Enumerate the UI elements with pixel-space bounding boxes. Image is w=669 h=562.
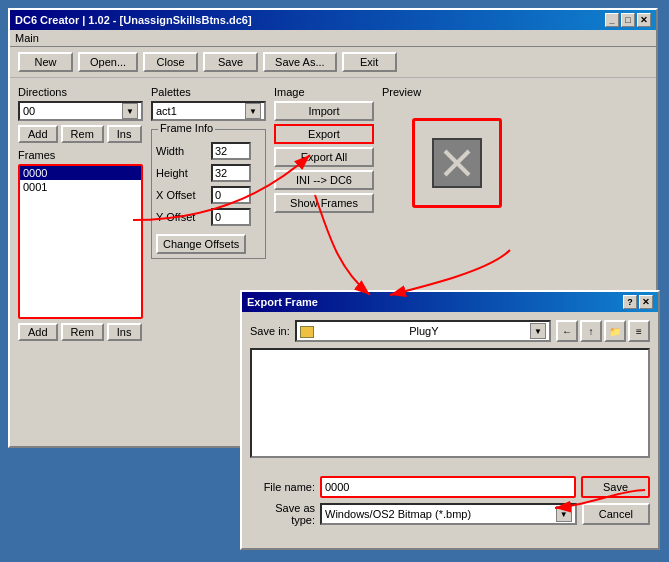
menu-bar: Main — [10, 30, 656, 47]
frames-label: Frames — [18, 149, 143, 161]
nav-buttons: ← ↑ 📁 ≡ — [556, 320, 650, 342]
width-input[interactable] — [211, 142, 251, 160]
dialog-content: Save in: PlugY ▼ ← ↑ 📁 ≡ — [242, 312, 658, 472]
x-offset-label: X Offset — [156, 189, 206, 201]
x-offset-input[interactable] — [211, 186, 251, 204]
new-button[interactable]: New — [18, 52, 73, 72]
frames-list[interactable]: 0000 0001 — [18, 164, 143, 319]
close-button[interactable]: Close — [143, 52, 198, 72]
save-in-combo-arrow[interactable]: ▼ — [530, 323, 546, 339]
save-as-type-label: Save as type: — [250, 502, 315, 526]
dialog-title: Export Frame — [247, 296, 318, 308]
show-frames-button[interactable]: Show Frames — [274, 193, 374, 213]
palettes-label: Palettes — [151, 86, 266, 98]
title-bar: DC6 Creator | 1.02 - [UnassignSkillsBtns… — [10, 10, 656, 30]
frame-info-label: Frame Info — [158, 122, 215, 134]
preview-label: Preview — [382, 86, 648, 98]
width-label: Width — [156, 145, 206, 157]
dialog-title-right: ? ✕ — [623, 295, 653, 309]
save-as-type-value: Windows/OS2 Bitmap (*.bmp) — [325, 508, 471, 520]
directions-btn-row: Add Rem Ins — [18, 125, 143, 143]
save-button[interactable]: Save — [203, 52, 258, 72]
preview-box — [412, 118, 502, 208]
palettes-combo-arrow[interactable]: ▼ — [245, 103, 261, 119]
preview-x-icon — [437, 143, 477, 183]
frames-ins-button[interactable]: Ins — [107, 323, 142, 341]
preview-image — [432, 138, 482, 188]
dialog-bottom: File name: Save Save as type: Windows/OS… — [242, 472, 658, 534]
left-panel: Directions 00 ▼ Add Rem Ins Frames 0000 … — [18, 86, 143, 347]
directions-label: Directions — [18, 86, 143, 98]
save-in-label: Save in: — [250, 325, 290, 337]
close-window-button[interactable]: ✕ — [637, 13, 651, 27]
y-offset-row: Y Offset — [156, 208, 261, 226]
main-menu-item[interactable]: Main — [15, 32, 39, 44]
frames-btn-row: Add Rem Ins — [18, 323, 143, 341]
save-in-value: PlugY — [409, 325, 438, 337]
save-as-type-select[interactable]: Windows/OS2 Bitmap (*.bmp) ▼ — [320, 503, 577, 525]
exit-button[interactable]: Exit — [342, 52, 397, 72]
height-row: Height — [156, 164, 261, 182]
file-name-label: File name: — [250, 481, 315, 493]
change-offsets-button[interactable]: Change Offsets — [156, 234, 246, 254]
x-offset-row: X Offset — [156, 186, 261, 204]
import-button[interactable]: Import — [274, 101, 374, 121]
dialog-save-button[interactable]: Save — [581, 476, 650, 498]
file-browse-area — [250, 348, 650, 458]
directions-combo-arrow[interactable]: ▼ — [122, 103, 138, 119]
maximize-button[interactable]: □ — [621, 13, 635, 27]
save-as-button[interactable]: Save As... — [263, 52, 337, 72]
directions-value: 00 — [23, 105, 35, 117]
nav-back-button[interactable]: ← — [556, 320, 578, 342]
y-offset-input[interactable] — [211, 208, 251, 226]
image-label: Image — [274, 86, 374, 98]
palettes-combo[interactable]: act1 ▼ — [151, 101, 266, 121]
list-item[interactable]: 0000 — [20, 166, 141, 180]
minimize-button[interactable]: _ — [605, 13, 619, 27]
width-row: Width — [156, 142, 261, 160]
dialog-title-bar: Export Frame ? ✕ — [242, 292, 658, 312]
file-name-row: File name: Save — [250, 476, 650, 498]
directions-add-button[interactable]: Add — [18, 125, 58, 143]
export-button[interactable]: Export — [274, 124, 374, 144]
frame-info-group: Frame Info Width Height X Offset — [151, 129, 266, 259]
y-offset-label: Y Offset — [156, 211, 206, 223]
nav-up-button[interactable]: ↑ — [580, 320, 602, 342]
dialog-help-button[interactable]: ? — [623, 295, 637, 309]
height-input[interactable] — [211, 164, 251, 182]
frames-add-button[interactable]: Add — [18, 323, 58, 341]
palettes-section: Palettes act1 ▼ — [151, 86, 266, 121]
dialog-close-button[interactable]: ✕ — [639, 295, 653, 309]
folder-icon — [300, 324, 318, 337]
list-item[interactable]: 0001 — [20, 180, 141, 194]
file-name-input[interactable] — [320, 476, 576, 498]
directions-rem-button[interactable]: Rem — [61, 125, 104, 143]
dialog-cancel-button[interactable]: Cancel — [582, 503, 650, 525]
save-in-combo[interactable]: PlugY ▼ — [295, 320, 551, 342]
open-button[interactable]: Open... — [78, 52, 138, 72]
save-in-row: Save in: PlugY ▼ ← ↑ 📁 ≡ — [250, 320, 650, 342]
frames-rem-button[interactable]: Rem — [61, 323, 104, 341]
export-frame-dialog: Export Frame ? ✕ Save in: PlugY ▼ ← ↑ 📁 … — [240, 290, 660, 550]
export-all-button[interactable]: Export All — [274, 147, 374, 167]
height-label: Height — [156, 167, 206, 179]
title-bar-buttons: _ □ ✕ — [605, 13, 651, 27]
ini-dc6-button[interactable]: INI --> DC6 — [274, 170, 374, 190]
directions-ins-button[interactable]: Ins — [107, 125, 142, 143]
save-as-type-arrow[interactable]: ▼ — [556, 506, 572, 522]
window-title: DC6 Creator | 1.02 - [UnassignSkillsBtns… — [15, 14, 252, 26]
view-button[interactable]: ≡ — [628, 320, 650, 342]
palettes-value: act1 — [156, 105, 177, 117]
toolbar: New Open... Close Save Save As... Exit — [10, 47, 656, 78]
directions-combo[interactable]: 00 ▼ — [18, 101, 143, 121]
save-as-type-row: Save as type: Windows/OS2 Bitmap (*.bmp)… — [250, 502, 650, 526]
new-folder-button[interactable]: 📁 — [604, 320, 626, 342]
